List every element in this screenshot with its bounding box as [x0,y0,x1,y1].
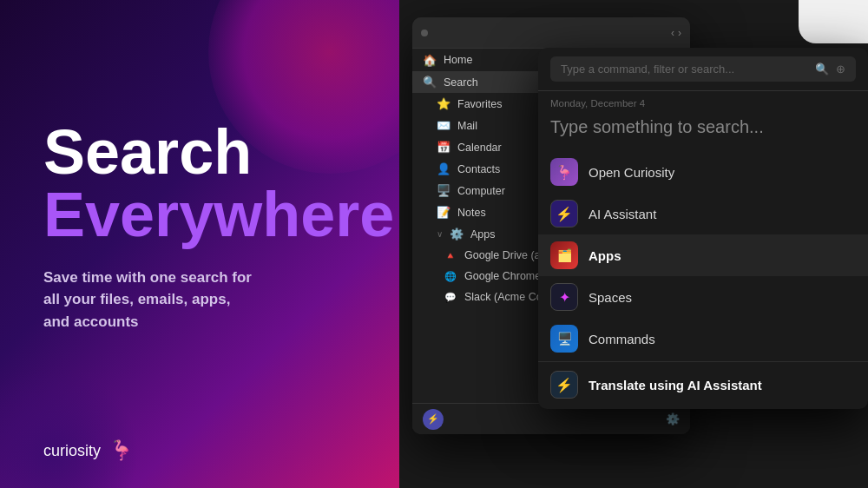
result-label-spaces: Spaces [589,290,632,305]
search-overlay: Type a command, filter or search... 🔍 ⊕ … [538,48,868,409]
contacts-icon: 👤 [437,162,450,175]
curiosity-icon: 🦩 [550,158,578,186]
result-apps[interactable]: 🗂️ Apps [538,234,868,276]
favorites-icon: ⭐ [437,97,450,110]
translate-icon: ⚡ [550,371,578,399]
titlebar-arrows: ‹ › [671,27,681,39]
settings-icon[interactable]: ⚙️ [666,412,680,425]
search-type-prompt: Type something to search... [538,112,868,148]
notes-icon: 📝 [437,206,450,219]
mail-icon: ✉️ [437,119,450,132]
hero-description: Save time with one search for all your f… [43,267,321,333]
computer-icon: 🖥️ [437,184,450,197]
search-input[interactable]: Type a command, filter or search... [561,63,808,76]
left-panel: Search Everywhere Save time with one sea… [0,0,399,488]
search-header: Type a command, filter or search... 🔍 ⊕ [538,48,868,91]
right-panel: ‹ › 🏠 Home + 🔍 Search ⭐ Favorites › [399,0,868,488]
result-label-commands: Commands [589,332,655,346]
footer-avatar[interactable]: ⚡ [423,409,444,430]
hero-title: Search [43,121,356,183]
result-ai-assistant[interactable]: ⚡ AI Assistant [538,193,868,234]
brand-footer: curiosity 🦩 [43,439,133,462]
chevron-down-apps-icon: ∨ [437,229,443,239]
result-spaces[interactable]: ✦ Spaces [538,276,868,318]
spaces-icon: ✦ [550,283,578,311]
result-label-translate: Translate using AI Assistant [589,378,762,392]
avatar-icon: ⚡ [427,413,439,425]
search-magnify-icon[interactable]: 🔍 [815,63,829,76]
apps-result-icon: 🗂️ [550,241,578,269]
result-commands[interactable]: 🖥️ Commands [538,318,868,359]
slack-icon: 💬 [444,292,457,303]
forward-arrow: › [678,27,681,39]
result-label-ai: AI Assistant [589,207,656,221]
result-label-apps: Apps [589,248,621,263]
result-translate[interactable]: ⚡ Translate using AI Assistant [538,364,868,406]
window-titlebar: ‹ › [412,17,690,49]
home-icon: 🏠 [423,54,437,67]
back-arrow: ‹ [671,27,674,39]
search-results: 🦩 Open Curiosity ⚡ AI Assistant 🗂️ Apps … [538,148,868,409]
result-open-curiosity[interactable]: 🦩 Open Curiosity [538,151,868,193]
commands-icon: 🖥️ [550,325,578,353]
chrome-icon: 🌐 [444,271,457,282]
result-label-curiosity: Open Curiosity [589,165,674,180]
ai-assistant-icon: ⚡ [550,200,578,228]
gdrive-icon: 🔺 [444,250,457,261]
divider [538,361,868,362]
brand-icon: 🦩 [109,439,133,462]
search-options-icon[interactable]: ⊕ [836,63,845,76]
titlebar-btn-1 [421,30,428,36]
search-input-bar[interactable]: Type a command, filter or search... 🔍 ⊕ [550,56,856,82]
search-date: Monday, December 4 [538,91,868,112]
calendar-icon: 📅 [437,141,450,154]
top-right-decoration [799,0,868,43]
hero-subtitle: Everywhere [43,183,356,246]
search-nav-icon: 🔍 [423,76,437,89]
apps-icon: ⚙️ [450,228,464,241]
brand-name: curiosity [43,442,101,460]
